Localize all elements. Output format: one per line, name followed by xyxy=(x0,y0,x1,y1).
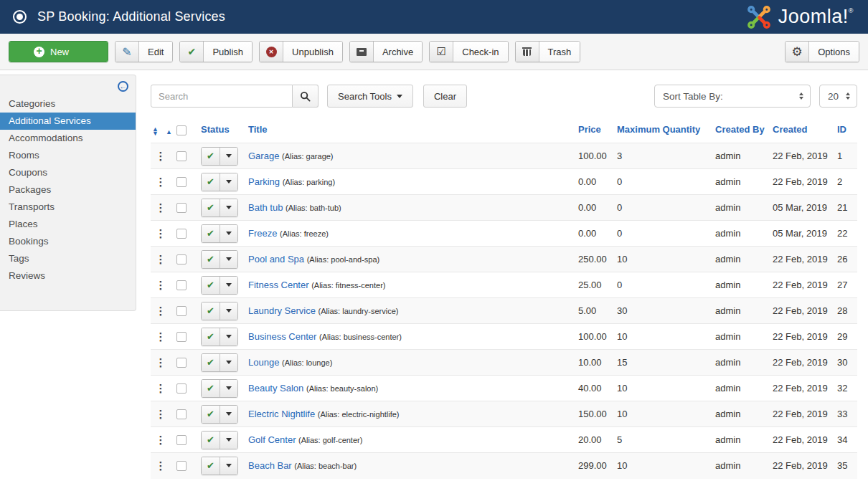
sidebar-item-additional-services[interactable]: Additional Services xyxy=(0,113,136,130)
sort-updown-icon[interactable]: ▲▼ xyxy=(152,127,159,135)
status-published-button[interactable]: ✔ xyxy=(202,199,220,216)
item-title-link[interactable]: Garage xyxy=(248,151,279,161)
sidebar-collapse-icon[interactable]: ← xyxy=(118,81,128,92)
search-input[interactable] xyxy=(151,85,293,108)
status-published-button[interactable]: ✔ xyxy=(202,380,220,397)
options-button[interactable]: Options xyxy=(785,41,859,62)
page-size-select[interactable]: 20 xyxy=(819,85,857,108)
sidebar-item-bookings[interactable]: Bookings xyxy=(0,233,136,250)
archive-button[interactable]: Archive xyxy=(349,41,423,62)
status-published-button[interactable]: ✔ xyxy=(202,457,220,475)
item-title-link[interactable]: Lounge xyxy=(248,357,279,368)
row-checkbox[interactable] xyxy=(176,435,187,445)
sort-table-select[interactable]: Sort Table By: xyxy=(654,85,811,108)
row-checkbox[interactable] xyxy=(176,461,187,471)
status-published-button[interactable]: ✔ xyxy=(202,277,220,294)
drag-handle-icon[interactable]: ⋮ xyxy=(156,202,166,213)
sidebar-item-rooms[interactable]: Rooms xyxy=(0,147,136,164)
sidebar-item-places[interactable]: Places xyxy=(0,216,136,233)
status-dropdown-button[interactable] xyxy=(220,148,237,165)
item-title-link[interactable]: Beauty Salon xyxy=(248,383,303,394)
row-checkbox[interactable] xyxy=(176,332,187,342)
row-checkbox[interactable] xyxy=(176,409,187,419)
status-dropdown-button[interactable] xyxy=(220,277,237,294)
row-checkbox[interactable] xyxy=(176,177,187,187)
item-title-link[interactable]: Bath tub xyxy=(248,202,283,213)
header-id[interactable]: ID xyxy=(837,120,857,143)
status-dropdown-button[interactable] xyxy=(220,173,237,191)
search-tools-button[interactable]: Search Tools xyxy=(327,85,413,108)
item-title-link[interactable]: Parking xyxy=(248,176,280,187)
trash-button[interactable]: Trash xyxy=(515,41,581,62)
sidebar-item-accommodations[interactable]: Accommodations xyxy=(0,130,136,147)
status-published-button[interactable]: ✔ xyxy=(202,328,220,345)
row-checkbox[interactable] xyxy=(176,254,187,264)
drag-handle-icon[interactable]: ⋮ xyxy=(156,254,166,264)
item-title-link[interactable]: Pool and Spa xyxy=(248,254,304,264)
sidebar-item-reviews[interactable]: Reviews xyxy=(0,267,136,285)
status-dropdown-button[interactable] xyxy=(220,380,237,397)
row-checkbox[interactable] xyxy=(176,203,187,213)
select-all-checkbox[interactable] xyxy=(176,125,187,135)
search-button[interactable] xyxy=(293,85,319,108)
status-dropdown-button[interactable] xyxy=(220,199,237,216)
sidebar-item-transports[interactable]: Transports xyxy=(0,199,136,216)
unpublish-button[interactable]: Unpublish xyxy=(259,41,343,62)
sidebar-item-tags[interactable]: Tags xyxy=(0,250,136,267)
drag-handle-icon[interactable]: ⋮ xyxy=(156,305,166,316)
item-title-link[interactable]: Business Center xyxy=(248,331,316,342)
sidebar-item-categories[interactable]: Categories xyxy=(0,95,136,113)
header-title[interactable]: Title xyxy=(248,120,578,143)
item-title-link[interactable]: Golf Center xyxy=(248,434,296,445)
drag-handle-icon[interactable]: ⋮ xyxy=(156,409,166,419)
status-published-button[interactable]: ✔ xyxy=(202,302,220,320)
header-created-by[interactable]: Created By xyxy=(715,120,773,143)
status-published-button[interactable]: ✔ xyxy=(202,225,220,242)
row-checkbox[interactable] xyxy=(176,383,187,394)
drag-handle-icon[interactable]: ⋮ xyxy=(156,176,166,187)
check-in-button[interactable]: Check-in xyxy=(429,41,508,62)
status-published-button[interactable]: ✔ xyxy=(202,148,220,165)
status-dropdown-button[interactable] xyxy=(220,354,237,371)
drag-handle-icon[interactable]: ⋮ xyxy=(156,331,166,342)
new-button[interactable]: New xyxy=(9,41,108,62)
drag-handle-icon[interactable]: ⋮ xyxy=(156,280,166,290)
row-checkbox[interactable] xyxy=(176,306,187,316)
header-created[interactable]: Created xyxy=(773,120,837,143)
drag-handle-icon[interactable]: ⋮ xyxy=(156,460,166,471)
status-dropdown-button[interactable] xyxy=(220,225,237,242)
status-dropdown-button[interactable] xyxy=(220,328,237,345)
status-dropdown-button[interactable] xyxy=(220,457,237,475)
status-dropdown-button[interactable] xyxy=(220,406,237,423)
sort-ascending-icon[interactable]: ▲ xyxy=(166,129,172,135)
status-dropdown-button[interactable] xyxy=(220,302,237,320)
row-checkbox[interactable] xyxy=(176,358,187,368)
row-checkbox[interactable] xyxy=(176,280,187,290)
item-title-link[interactable]: Electric Nightlife xyxy=(248,409,315,419)
header-quantity[interactable]: Maximum Quantity xyxy=(617,120,715,143)
edit-button[interactable]: Edit xyxy=(115,41,173,62)
drag-handle-icon[interactable]: ⋮ xyxy=(156,228,166,239)
row-checkbox[interactable] xyxy=(176,229,187,239)
item-title-link[interactable]: Laundry Service xyxy=(248,305,316,316)
drag-handle-icon[interactable]: ⋮ xyxy=(156,151,166,161)
status-published-button[interactable]: ✔ xyxy=(202,251,220,268)
item-title-link[interactable]: Freeze xyxy=(248,228,277,239)
item-title-link[interactable]: Fitness Center xyxy=(248,280,309,290)
status-dropdown-button[interactable] xyxy=(220,432,237,449)
drag-handle-icon[interactable]: ⋮ xyxy=(156,383,166,394)
header-price[interactable]: Price xyxy=(578,120,617,143)
sidebar-item-coupons[interactable]: Coupons xyxy=(0,164,136,181)
status-published-button[interactable]: ✔ xyxy=(202,432,220,449)
status-published-button[interactable]: ✔ xyxy=(202,173,220,191)
item-title-link[interactable]: Beach Bar xyxy=(248,460,292,471)
status-dropdown-button[interactable] xyxy=(220,251,237,268)
drag-handle-icon[interactable]: ⋮ xyxy=(156,434,166,445)
sidebar-item-packages[interactable]: Packages xyxy=(0,181,136,199)
clear-button[interactable]: Clear xyxy=(423,85,467,108)
drag-handle-icon[interactable]: ⋮ xyxy=(156,357,166,368)
publish-button[interactable]: Publish xyxy=(179,41,253,62)
row-checkbox[interactable] xyxy=(176,151,187,161)
status-published-button[interactable]: ✔ xyxy=(202,406,220,423)
status-published-button[interactable]: ✔ xyxy=(202,354,220,371)
